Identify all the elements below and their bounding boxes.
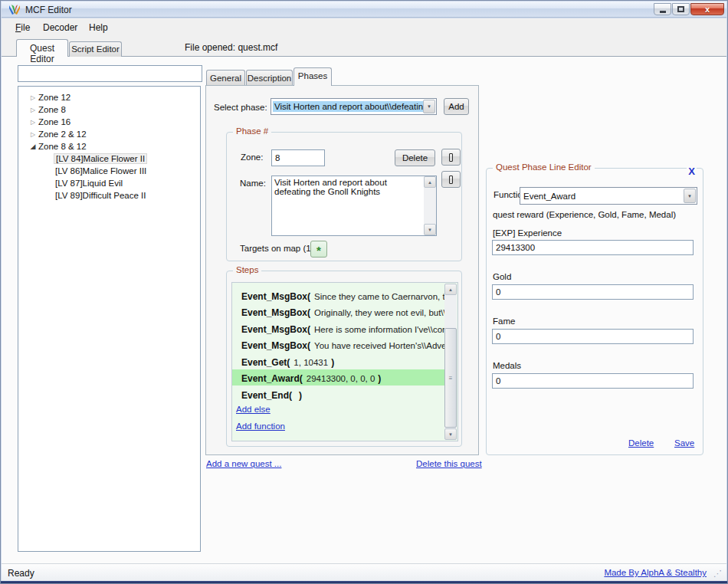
scroll-up-icon[interactable]: ▲	[444, 284, 457, 295]
tree-item-quest[interactable]: [LV 87]Liquid Evil	[18, 177, 200, 189]
bar-icon	[449, 176, 453, 184]
phase-name-box: Visit Horten and report about defeating …	[271, 176, 437, 236]
medals-input[interactable]	[492, 373, 694, 389]
close-icon: x	[705, 5, 710, 14]
maximize-button[interactable]	[672, 3, 690, 15]
tab-description[interactable]: Description	[246, 70, 293, 86]
steps-scrollbar[interactable]: ▲ ≡ ▼	[444, 284, 457, 440]
select-phase-label: Select phase:	[214, 103, 267, 112]
status-text: Ready	[8, 568, 34, 579]
scrollbar-thumb[interactable]: ≡	[444, 328, 457, 428]
credits-link[interactable]: Made By AlphA & Stealthy	[604, 568, 707, 577]
search-input[interactable]	[18, 65, 202, 82]
minimize-icon	[660, 11, 666, 13]
tree-item-quest[interactable]: [LV 89]Difficult Peace II	[18, 189, 200, 202]
scroll-down-icon[interactable]: ▼	[444, 428, 457, 440]
tab-general[interactable]: General	[206, 70, 245, 86]
app-window: MCF Editor x File Decoder Help Quest Edi…	[0, 0, 728, 584]
targets-map-button[interactable]: *	[310, 241, 327, 258]
quest-tree: ▷Zone 12 ▷Zone 8 ▷Zone 16 ▷Zone 2 & 12 ◢…	[18, 86, 201, 552]
phase-select-combobox[interactable]: Visit Horten and report about\\defeating…	[271, 98, 437, 115]
file-opened-text: File opened: quest.mcf	[185, 42, 277, 53]
step-row[interactable]: Event_MsgBox(You have received Horten's\…	[232, 336, 446, 353]
add-function-link[interactable]: Add function	[236, 422, 285, 431]
close-panel-icon[interactable]: X	[687, 166, 697, 177]
step-row[interactable]: Event_MsgBox(Here is some information I'…	[232, 320, 446, 336]
close-button[interactable]: x	[690, 3, 724, 15]
map-target-icon: *	[316, 247, 321, 254]
line-editor-title: Quest Phase Line Editor	[493, 162, 595, 172]
minimize-button[interactable]	[654, 3, 671, 15]
targets-on-map-label: Targets on map (1)	[240, 244, 314, 253]
line-save-link[interactable]: Save	[674, 438, 694, 448]
statusbar: Ready Made By AlphA & Stealthy ⋰	[2, 563, 726, 581]
gold-input[interactable]	[492, 284, 694, 300]
zone-label: Zone:	[241, 153, 263, 162]
experience-label: [EXP] Experience	[493, 228, 562, 238]
steps-group: Steps Event_MsgBox(Since they came to Ca…	[226, 271, 462, 447]
tree-item-quest[interactable]: [LV 86]Malice Flower III	[18, 165, 200, 177]
chevron-expanded-icon[interactable]: ◢	[29, 143, 37, 150]
chevron-right-icon[interactable]: ▷	[29, 107, 37, 113]
tab-quest-editor[interactable]: Quest Editor	[16, 39, 68, 57]
chevron-right-icon[interactable]: ▷	[29, 119, 37, 126]
tree-item-zone-8[interactable]: ▷Zone 8	[18, 103, 200, 116]
phase-name-input[interactable]: Visit Horten and report about defeating …	[272, 176, 424, 235]
menubar: File Decoder Help	[2, 18, 726, 36]
step-row[interactable]: Event_MsgBox(Originally, they were not e…	[232, 303, 446, 320]
app-icon	[8, 4, 21, 16]
phase-select-value: Visit Horten and report about\\defeating	[273, 101, 430, 112]
medals-label: Medals	[493, 361, 521, 370]
quest-phase-line-editor: Quest Phase Line Editor X Function: Even…	[486, 168, 703, 455]
steps-group-title: Steps	[233, 265, 261, 274]
function-description: quest reward (Experience, Gold, Fame, Me…	[493, 210, 676, 219]
function-value: Event_Award	[522, 191, 577, 202]
tree-item-quest[interactable]: [LV 84]Malice Flower II	[18, 153, 200, 165]
name-label: Name:	[240, 179, 266, 188]
scroll-up-icon[interactable]: ▲	[424, 176, 436, 188]
line-delete-link[interactable]: Delete	[628, 438, 654, 448]
maximize-icon	[677, 6, 684, 12]
tree-item-zone-16[interactable]: ▷Zone 16	[18, 116, 200, 128]
zone-input[interactable]	[271, 149, 325, 166]
scroll-down-icon[interactable]: ▼	[424, 224, 436, 235]
menu-file[interactable]: File	[11, 21, 34, 34]
chevron-down-icon[interactable]: ▼	[423, 100, 435, 113]
function-combobox[interactable]: Event_Award ▼	[520, 187, 697, 205]
delete-phase-button[interactable]: Delete	[395, 149, 435, 166]
tree-item-zone-8-12[interactable]: ◢Zone 8 & 12	[18, 140, 200, 153]
tab-script-editor[interactable]: Script Editor	[69, 41, 122, 57]
delete-this-quest-link[interactable]: Delete this quest	[416, 459, 482, 468]
menu-decoder[interactable]: Decoder	[38, 21, 82, 34]
phase-group: Phase # Zone: Delete Name: Visit Horten …	[226, 132, 462, 261]
chevron-down-icon[interactable]: ▼	[684, 189, 696, 203]
window-title: MCF Editor	[25, 5, 72, 15]
step-row-selected[interactable]: Event_Award(29413300, 0, 0, 0)	[232, 369, 446, 386]
fame-label: Fame	[493, 317, 515, 326]
add-phase-button[interactable]: Add	[444, 98, 469, 115]
steps-list: Event_MsgBox(Since they came to Caernarv…	[231, 282, 458, 441]
resize-grip-icon[interactable]: ⋰	[713, 569, 724, 579]
add-else-link[interactable]: Add else	[236, 405, 271, 414]
tab-phases[interactable]: Phases	[293, 67, 332, 86]
step-row[interactable]: Event_End()	[232, 386, 446, 402]
add-new-quest-link[interactable]: Add a new quest ...	[206, 459, 281, 468]
phase-move-down-button[interactable]	[441, 171, 461, 188]
phase-group-title: Phase #	[233, 126, 271, 136]
name-scrollbar[interactable]: ▲ ▼	[424, 176, 436, 235]
phase-move-up-button[interactable]	[441, 149, 461, 166]
titlebar: MCF Editor x	[2, 2, 726, 18]
phases-page: Select phase: Visit Horten and report ab…	[205, 85, 479, 455]
menu-help[interactable]: Help	[84, 21, 113, 34]
tree-item-zone-2-12[interactable]: ▷Zone 2 & 12	[18, 128, 200, 140]
fame-input[interactable]	[492, 329, 694, 344]
experience-input[interactable]	[492, 240, 694, 255]
step-row[interactable]: Event_MsgBox(Since they came to Caernarv…	[232, 287, 446, 303]
tree-item-zone-12[interactable]: ▷Zone 12	[18, 91, 200, 103]
bar-icon	[449, 153, 453, 162]
window-bottom-border	[1, 581, 727, 583]
chevron-right-icon[interactable]: ▷	[29, 94, 37, 101]
chevron-right-icon[interactable]: ▷	[29, 131, 37, 138]
step-row[interactable]: Event_Get(1, 10431)	[232, 353, 446, 369]
gold-label: Gold	[493, 272, 511, 281]
